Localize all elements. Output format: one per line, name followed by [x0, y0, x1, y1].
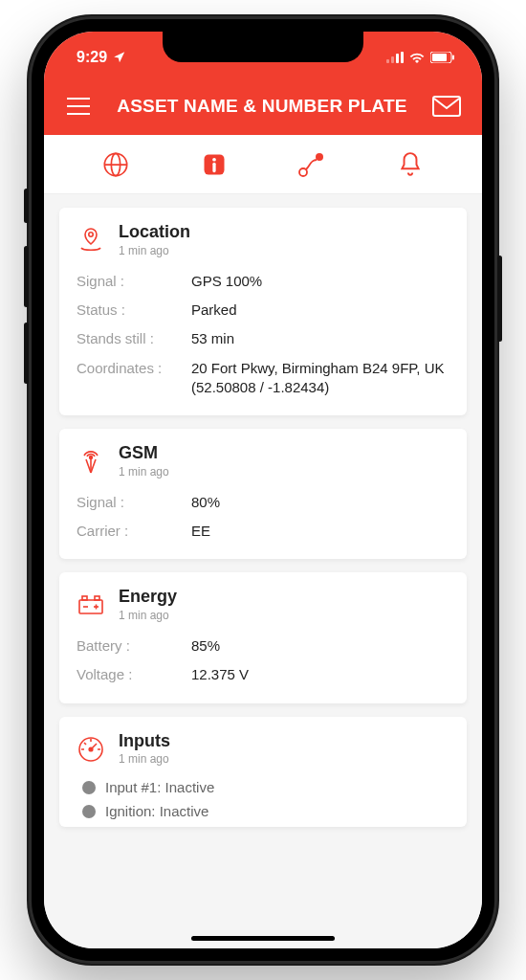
- header-title: ASSET NAME & NUMBER PLATE: [92, 96, 432, 117]
- card-gsm-subtitle: 1 min ago: [119, 465, 169, 479]
- row-input-1: Input #1: Inactive: [77, 775, 449, 799]
- row-signal: Signal : GPS 100%: [77, 267, 449, 296]
- card-energy: Energy 1 min ago Battery : 85% Voltage :…: [59, 572, 467, 702]
- wifi-icon: [409, 52, 425, 63]
- location-arrow-icon: [113, 51, 126, 64]
- row-ignition: Ignition: Inactive: [77, 799, 449, 823]
- svg-rect-22: [82, 596, 87, 600]
- card-location: Location 1 min ago Signal : GPS 100% Sta…: [59, 208, 467, 415]
- row-gsm-signal: Signal : 80%: [77, 488, 449, 517]
- location-pin-icon: [77, 226, 105, 255]
- row-voltage: Voltage : 12.375 V: [77, 660, 449, 689]
- svg-point-20: [90, 457, 93, 459]
- tab-bar: [44, 135, 482, 194]
- svg-rect-23: [95, 596, 99, 600]
- gauge-icon: [77, 735, 105, 764]
- menu-button[interactable]: [65, 96, 92, 117]
- row-status: Status : Parked: [77, 296, 449, 324]
- status-dot-icon: [82, 781, 96, 794]
- cell-signal-icon: [386, 52, 404, 63]
- row-battery: Battery : 85%: [77, 632, 449, 660]
- row-gsm-carrier: Carrier : EE: [77, 517, 449, 546]
- card-inputs-title: Inputs: [119, 732, 170, 751]
- status-time: 9:29: [77, 49, 107, 66]
- tab-map[interactable]: [97, 145, 135, 184]
- tab-alerts[interactable]: [391, 145, 429, 184]
- battery-icon: [430, 52, 455, 63]
- svg-rect-10: [433, 97, 460, 116]
- mail-button[interactable]: [432, 96, 461, 117]
- svg-rect-6: [452, 56, 454, 60]
- phone-frame: 9:29: [29, 16, 497, 964]
- card-energy-subtitle: 1 min ago: [119, 609, 177, 622]
- antenna-icon: [77, 447, 105, 476]
- svg-rect-5: [432, 54, 447, 61]
- battery-car-icon: [77, 590, 105, 619]
- svg-rect-2: [396, 54, 399, 63]
- card-location-subtitle: 1 min ago: [119, 244, 190, 257]
- tab-route[interactable]: [293, 145, 331, 184]
- row-coordinates: Coordinates : 20 Fort Pkwy, Birmingham B…: [77, 354, 449, 403]
- svg-point-17: [299, 168, 307, 176]
- tab-info[interactable]: [195, 145, 233, 184]
- notch: [163, 32, 363, 62]
- status-dot-icon: [82, 805, 96, 818]
- svg-rect-1: [391, 56, 394, 63]
- svg-point-15: [212, 157, 216, 161]
- card-inputs: Inputs 1 min ago Input #1: Inactive Igni…: [59, 717, 467, 828]
- card-inputs-subtitle: 1 min ago: [119, 752, 170, 766]
- screen: 9:29: [44, 32, 482, 948]
- svg-rect-0: [386, 59, 389, 63]
- card-gsm-title: GSM: [119, 444, 169, 463]
- card-location-title: Location: [119, 223, 190, 242]
- home-indicator[interactable]: [191, 936, 335, 941]
- card-gsm: GSM 1 min ago Signal : 80% Carrier : EE: [59, 429, 467, 559]
- row-stands-still: Stands still : 53 min: [77, 324, 449, 353]
- svg-line-32: [84, 743, 86, 745]
- app-header: ASSET NAME & NUMBER PLATE: [44, 78, 482, 135]
- svg-rect-21: [79, 600, 102, 613]
- content-scroll[interactable]: Location 1 min ago Signal : GPS 100% Sta…: [44, 194, 482, 948]
- svg-point-19: [89, 233, 93, 236]
- svg-rect-3: [401, 52, 404, 63]
- svg-point-28: [89, 747, 93, 751]
- svg-rect-16: [212, 162, 215, 172]
- svg-point-18: [316, 153, 323, 161]
- card-energy-title: Energy: [119, 588, 177, 607]
